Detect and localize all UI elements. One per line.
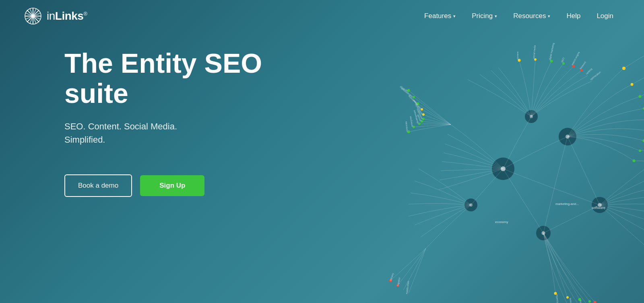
svg-text:logistics: logistics	[396, 277, 400, 286]
nav-resources[interactable]: Resources ▾	[507, 9, 557, 23]
nav-pricing[interactable]: Pricing ▾	[465, 9, 504, 23]
resources-chevron-icon: ▾	[548, 14, 550, 19]
logo-text: inLinks®	[47, 10, 87, 23]
nav-links: Features ▾ Pricing ▾ Resources ▾ Help Lo…	[418, 9, 620, 23]
svg-text:search engine: search engine	[571, 51, 580, 66]
network-visualization: information technology marketing adverti…	[294, 12, 644, 303]
hero-buttons: Book a demo Sign Up	[64, 174, 306, 197]
svg-text:SEO: SEO	[561, 57, 565, 63]
nav-help[interactable]: Help	[560, 9, 587, 23]
svg-text:keyword: keyword	[579, 61, 586, 70]
svg-point-110	[469, 203, 473, 207]
svg-text:digital marketing: digital marketing	[549, 43, 555, 60]
nav-login[interactable]: Login	[590, 9, 620, 23]
hero-subtitle: SEO. Content. Social Media. Simplified.	[64, 120, 306, 146]
svg-text:enterprise: enterprise	[409, 116, 413, 127]
entity-graph-svg: information technology marketing adverti…	[294, 12, 644, 303]
svg-text:economy: economy	[495, 220, 508, 224]
sign-up-button[interactable]: Sign Up	[140, 175, 204, 196]
hero-title: The Entity SEO suite	[64, 48, 306, 109]
svg-text:finance: finance	[579, 300, 583, 303]
svg-point-106	[501, 166, 506, 171]
svg-point-111	[530, 115, 533, 118]
svg-point-15	[622, 67, 625, 70]
svg-point-29	[643, 139, 644, 142]
svg-text:business: business	[569, 298, 573, 303]
svg-text:delivery: delivery	[389, 273, 394, 282]
nav-features[interactable]: Features ▾	[418, 9, 462, 23]
svg-text:content: content	[516, 51, 519, 59]
svg-text:corporate: corporate	[405, 121, 408, 131]
pricing-chevron-icon: ▾	[495, 14, 497, 19]
svg-text:ranking: ranking	[585, 68, 592, 75]
navbar: inLinks® Features ▾ Pricing ▾ Resources …	[0, 0, 644, 32]
svg-text:optimization: optimization	[590, 71, 601, 80]
logo-area[interactable]: inLinks®	[24, 7, 87, 25]
svg-point-16	[631, 83, 634, 86]
svg-point-30	[639, 149, 641, 152]
svg-point-31	[633, 160, 636, 162]
logo-icon	[24, 7, 42, 25]
hero-content: The Entity SEO suite SEO. Content. Socia…	[64, 48, 306, 197]
svg-point-107	[566, 135, 570, 139]
svg-point-27	[639, 95, 642, 98]
page-wrapper: inLinks® Features ▾ Pricing ▾ Resources …	[0, 0, 644, 303]
svg-text:social media: social media	[533, 45, 536, 59]
features-chevron-icon: ▾	[453, 14, 456, 19]
svg-text:marketing-and...: marketing-and...	[555, 202, 579, 206]
svg-text:organization: organization	[556, 294, 559, 303]
svg-point-33	[588, 300, 591, 303]
svg-point-108	[598, 203, 602, 207]
svg-point-109	[542, 231, 545, 235]
book-demo-button[interactable]: Book a demo	[64, 174, 132, 197]
svg-point-20	[566, 296, 569, 299]
